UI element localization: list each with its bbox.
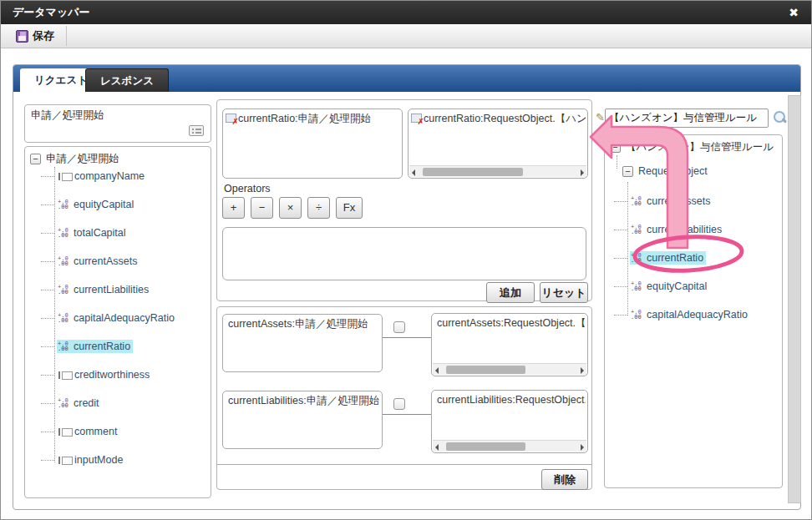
tree-guide-line	[617, 155, 617, 169]
tree-item[interactable]: +.0.00 equityCapital	[614, 272, 780, 300]
toolbar: 保存	[1, 24, 811, 48]
request-object-node[interactable]: − RequestObject	[622, 165, 708, 177]
mapping-row: currentLiabilities:申請／処理開始 currentLiabil…	[217, 390, 591, 457]
pencil-icon[interactable]: ✎	[596, 111, 605, 124]
scroll-left-arrow-icon[interactable]	[412, 169, 415, 176]
collapse-minus-icon[interactable]: −	[30, 154, 41, 164]
operator-button[interactable]: ÷	[307, 197, 330, 219]
operator-button[interactable]: Fx	[336, 197, 363, 219]
tree-branch-line	[41, 204, 54, 205]
tree-branch-line	[41, 318, 54, 319]
rule-search-input[interactable]	[605, 109, 769, 128]
mapping-source-box[interactable]: currentLiabilities:申請／処理開始	[222, 391, 383, 449]
number-field-icon: +.0.00	[58, 256, 71, 267]
rule-tree-root[interactable]: − 【ハンズオン】与信管理ルール	[610, 140, 774, 154]
tree-item-label: currentRatio	[647, 252, 703, 264]
tree-item-label: comment	[74, 426, 117, 437]
scroll-right-arrow-icon[interactable]	[581, 169, 584, 176]
tree-item-label: equityCapital	[74, 199, 134, 210]
tree-item[interactable]: +.0.00 currentAssets	[41, 247, 209, 275]
tree-item[interactable]: +.0.00 equityCapital	[41, 190, 209, 219]
mapping-checkbox[interactable]	[393, 398, 405, 410]
mapping-target-text: currentAssets:RequestObject.【ハン	[437, 316, 586, 331]
tree-item-label: credit	[74, 397, 99, 409]
horizontal-scrollbar[interactable]	[433, 440, 586, 452]
number-field-icon: +.0.00	[631, 281, 644, 292]
tree-item[interactable]: +.0.00 currentLiabilities	[41, 275, 209, 304]
source-tree-panel: − 申請／処理開始 companyName +.0.00 equityCapit…	[24, 146, 211, 498]
operator-button[interactable]: ×	[279, 197, 302, 219]
request-object-label: RequestObject	[638, 165, 708, 177]
close-icon[interactable]: ✖	[784, 1, 803, 24]
tree-branch-line	[614, 201, 627, 202]
source-field-box[interactable]: 申請／処理開始	[24, 104, 211, 143]
form-icon[interactable]	[189, 125, 204, 136]
tree-item[interactable]: +.0.00 capitalAdequacyRatio	[41, 304, 209, 332]
scrollbar-thumb[interactable]	[446, 442, 525, 451]
tree-item[interactable]: +.0.00 totalCapital	[41, 219, 209, 247]
formula-target-box[interactable]: ✗ currentRatio:RequestObject.【ハンズオ	[408, 109, 588, 179]
scroll-right-arrow-icon[interactable]	[581, 444, 584, 451]
mapping-box-icon: ✗	[226, 114, 236, 123]
reset-button[interactable]: リセット	[540, 282, 588, 303]
collapse-minus-icon[interactable]: −	[622, 166, 633, 177]
tree-item-label: companyName	[74, 170, 145, 182]
horizontal-scrollbar[interactable]	[409, 165, 586, 177]
tree-branch-line	[41, 290, 54, 290]
tree-item[interactable]: +.0.00 currentRatio	[614, 244, 780, 272]
horizontal-scrollbar[interactable]	[433, 363, 586, 375]
mapping-box-icon: ✗	[411, 114, 422, 123]
operator-button[interactable]: −	[251, 197, 273, 219]
tree-item[interactable]: inputMode	[41, 446, 209, 474]
operators-row: +−×÷Fx	[222, 197, 363, 219]
formula-source-text: currentRatio:申請／処理開始	[238, 112, 400, 126]
mapping-checkbox[interactable]	[393, 321, 405, 333]
scrollbar-thumb[interactable]	[423, 168, 523, 176]
toolbar-separator	[66, 26, 67, 46]
formula-panel: ✗ currentRatio:申請／処理開始 ✗ currentRatio:Re…	[216, 99, 592, 301]
scroll-right-arrow-icon[interactable]	[581, 367, 584, 374]
save-button-label: 保存	[33, 28, 54, 43]
tree-item[interactable]: comment	[41, 417, 209, 446]
scroll-left-arrow-icon[interactable]	[435, 444, 439, 451]
tree-item[interactable]: +.0.00 currentRatio	[41, 332, 209, 361]
tree-item[interactable]: +.0.00 currentAssets	[614, 187, 780, 215]
tree-branch-line	[41, 176, 54, 177]
scroll-left-arrow-icon[interactable]	[435, 367, 439, 374]
tab-response[interactable]: レスポンス	[85, 68, 169, 92]
tree-item-label: currentRatio	[74, 341, 130, 352]
tree-branch-line	[41, 346, 54, 347]
mapping-list-panel: currentAssets:申請／処理開始 currentAssets:Requ…	[216, 306, 592, 490]
connector-line	[383, 337, 431, 338]
collapse-minus-icon[interactable]: −	[610, 142, 621, 153]
source-tree-items: companyName +.0.00 equityCapital +.0.00 …	[41, 162, 211, 497]
operator-button[interactable]: +	[222, 197, 245, 219]
delete-button[interactable]: 削除	[541, 469, 588, 490]
tree-branch-line	[614, 315, 627, 316]
mapping-row: currentAssets:申請／処理開始 currentAssets:Requ…	[217, 313, 591, 380]
tree-branch-line	[41, 460, 54, 461]
operators-label: Operators	[224, 183, 271, 194]
tree-item-label: currentLiabilities	[74, 284, 149, 295]
tree-item[interactable]: creditworthiness	[41, 361, 209, 389]
tree-item[interactable]: +.0.00 credit	[41, 389, 209, 417]
mapping-source-box[interactable]: currentAssets:申請／処理開始	[222, 314, 383, 372]
tree-item[interactable]: +.0.00 currentLiabilities	[614, 215, 780, 244]
add-button[interactable]: 追加	[486, 282, 535, 303]
save-button[interactable]: 保存	[9, 27, 61, 45]
scrollbar-thumb[interactable]	[446, 366, 525, 374]
floppy-disk-icon	[16, 30, 28, 43]
mapping-target-box[interactable]: currentAssets:RequestObject.【ハン	[431, 313, 588, 376]
string-field-icon	[58, 427, 72, 437]
formula-source-box[interactable]: ✗ currentRatio:申請／処理開始	[222, 109, 403, 179]
tree-item-label: inputMode	[74, 454, 123, 466]
number-field-icon: +.0.00	[58, 398, 71, 409]
tree-item[interactable]: +.0.00 capitalAdequacyRatio	[614, 300, 780, 329]
expression-box[interactable]	[222, 227, 586, 280]
tree-item[interactable]: companyName	[41, 162, 209, 190]
mapping-target-box[interactable]: currentLiabilities:RequestObject.【ハ	[431, 390, 588, 453]
search-icon[interactable]	[773, 110, 788, 125]
tree-item-label: equityCapital	[647, 280, 707, 292]
string-field-icon	[58, 371, 72, 380]
string-field-icon	[58, 172, 72, 181]
